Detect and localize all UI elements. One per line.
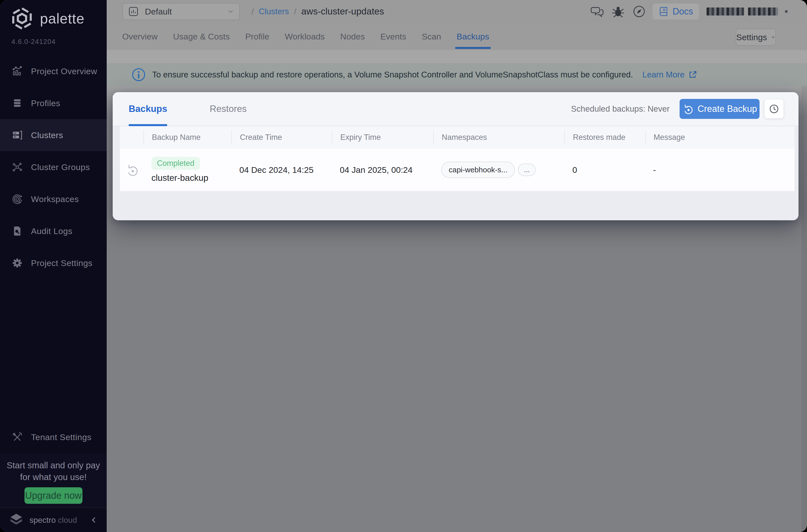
- top-bar: Default / Clusters / aws-cluster-updates: [107, 0, 807, 23]
- panel-tab-restores[interactable]: Restores: [210, 92, 247, 126]
- info-banner: To ensure successful backup and restore …: [107, 63, 807, 86]
- external-link-icon: [688, 70, 698, 79]
- column-header-actions: [120, 130, 144, 144]
- sidebar-item-label: Clusters: [31, 130, 63, 140]
- tab-events[interactable]: Events: [380, 23, 406, 50]
- sidebar-item-label: Workspaces: [31, 194, 79, 204]
- main-content: Default / Clusters / aws-cluster-updates: [107, 0, 807, 532]
- column-header-message: Message: [645, 130, 794, 144]
- column-header-restores-made: Restores made: [564, 130, 645, 144]
- project-scope-icon: [128, 6, 139, 17]
- nodes-icon: [12, 162, 23, 173]
- tab-nodes[interactable]: Nodes: [340, 23, 365, 50]
- docs-label: Docs: [673, 6, 693, 17]
- learn-more-label: Learn More: [642, 70, 684, 79]
- table-row: Completed cluster-backup 04 Dec 2024, 14…: [120, 149, 794, 191]
- upgrade-now-button[interactable]: Upgrade now: [24, 487, 82, 504]
- column-header-namespaces: Namespaces: [433, 130, 564, 144]
- breadcrumb-current-cluster: aws-cluster-updates: [301, 6, 384, 17]
- promo-text: Start small and only pay for what you us…: [0, 453, 107, 483]
- sidebar-item-cluster-groups[interactable]: Cluster Groups: [0, 151, 107, 183]
- scrollbar-track[interactable]: [802, 86, 807, 532]
- sidebar-nav: Project Overview Profiles: [0, 55, 107, 279]
- sidebar-item-label: Tenant Settings: [31, 432, 91, 442]
- collapse-sidebar-icon[interactable]: [90, 516, 98, 524]
- orbit-icon: [12, 194, 23, 205]
- backups-panel-header: Backups Restores Scheduled backups: Neve…: [113, 92, 799, 126]
- backups-panel: Backups Restores Scheduled backups: Neve…: [113, 92, 799, 220]
- sidebar-item-label: Cluster Groups: [31, 162, 90, 172]
- top-bar-actions: Docs: [590, 3, 788, 19]
- project-selector-value: Default: [145, 7, 172, 17]
- user-menu-caret[interactable]: [785, 10, 788, 13]
- docs-button[interactable]: Docs: [653, 3, 699, 19]
- explore-compass-icon[interactable]: [632, 4, 646, 18]
- backup-restore-icon: [682, 103, 693, 114]
- breadcrumb-separator: /: [251, 7, 254, 17]
- cluster-settings-button[interactable]: Settings: [736, 29, 776, 46]
- tab-profile[interactable]: Profile: [245, 23, 269, 50]
- chevron-down-icon: [227, 8, 234, 15]
- schedule-backup-button[interactable]: [765, 99, 784, 118]
- namespace-chip[interactable]: capi-webhook-s...: [441, 162, 515, 178]
- restores-made-cell: 0: [564, 165, 645, 175]
- brand-word-cloud: cloud: [58, 515, 77, 525]
- tabs-underlay: [107, 50, 807, 63]
- sidebar-item-tenant-settings[interactable]: Tenant Settings: [0, 421, 107, 453]
- brand-logo: palette: [11, 7, 85, 30]
- brand-name: palette: [40, 10, 85, 27]
- spectro-cloud-logo-icon: [8, 512, 24, 528]
- status-badge: Completed: [151, 157, 200, 170]
- servers-icon: [12, 130, 23, 140]
- panel-tab-backups[interactable]: Backups: [129, 92, 167, 126]
- sidebar-footer: spectro cloud: [0, 508, 107, 532]
- palette-logo-icon: [11, 7, 34, 30]
- backups-table: Backup Name Create Time Expiry Time Name…: [120, 126, 794, 191]
- namespace-overflow-chip[interactable]: ...: [518, 164, 536, 176]
- bar-chart-icon: [12, 66, 23, 77]
- tab-usage-costs[interactable]: Usage & Costs: [173, 23, 230, 50]
- report-bug-icon[interactable]: [611, 4, 625, 18]
- tab-overview[interactable]: Overview: [122, 23, 158, 50]
- panel-header-actions: Scheduled backups: Never Create Backup: [571, 99, 784, 119]
- tools-icon: [12, 432, 23, 442]
- layers-icon: [12, 98, 23, 109]
- info-icon: [132, 68, 146, 82]
- sidebar-item-workspaces[interactable]: Workspaces: [0, 183, 107, 215]
- create-backup-label: Create Backup: [698, 104, 757, 114]
- create-backup-button[interactable]: Create Backup: [680, 99, 759, 119]
- sidebar-item-project-overview[interactable]: Project Overview: [0, 55, 107, 87]
- sidebar-tenant-section: Tenant Settings: [0, 421, 107, 453]
- tab-workloads[interactable]: Workloads: [285, 23, 325, 50]
- sidebar-item-audit-logs[interactable]: Audit Logs: [0, 215, 107, 247]
- tab-scan[interactable]: Scan: [422, 23, 441, 50]
- row-actions-cell: [120, 163, 144, 176]
- sidebar-item-clusters[interactable]: Clusters: [0, 119, 107, 151]
- project-selector[interactable]: Default: [123, 3, 240, 20]
- backup-name[interactable]: cluster-backup: [151, 173, 208, 183]
- column-header-create-time: Create Time: [231, 130, 332, 144]
- tab-backups[interactable]: Backups: [457, 23, 489, 50]
- restore-backup-icon[interactable]: [125, 163, 138, 176]
- redacted-username[interactable]: [707, 7, 744, 16]
- sidebar-item-label: Project Overview: [31, 66, 97, 76]
- sidebar-item-project-settings[interactable]: Project Settings: [0, 247, 107, 279]
- feedback-chat-icon[interactable]: [590, 4, 605, 18]
- promo-line-1: Start small and only pay: [0, 459, 107, 471]
- create-time-cell: 04 Dec 2024, 14:25: [231, 165, 332, 175]
- expiry-time-cell: 04 Jan 2025, 00:24: [332, 165, 433, 175]
- backup-name-cell: Completed cluster-backup: [144, 157, 231, 183]
- app-window: palette 4.6.0-241204 Project Overview: [0, 0, 807, 532]
- learn-more-link[interactable]: Learn More: [642, 70, 698, 79]
- sidebar-item-profiles[interactable]: Profiles: [0, 87, 107, 119]
- redacted-username[interactable]: [748, 7, 778, 16]
- spectro-cloud-wordmark: spectro cloud: [30, 515, 77, 525]
- scheduled-backups-status: Scheduled backups: Never: [571, 104, 670, 114]
- banner-message: To ensure successful backup and restore …: [152, 70, 633, 79]
- book-icon: [659, 6, 669, 17]
- breadcrumb-separator: /: [294, 7, 296, 17]
- namespaces-cell: capi-webhook-s... ...: [433, 162, 564, 178]
- table-header-row: Backup Name Create Time Expiry Time Name…: [120, 126, 794, 149]
- doc-search-icon: [12, 226, 23, 236]
- breadcrumb-link-clusters[interactable]: Clusters: [259, 7, 289, 16]
